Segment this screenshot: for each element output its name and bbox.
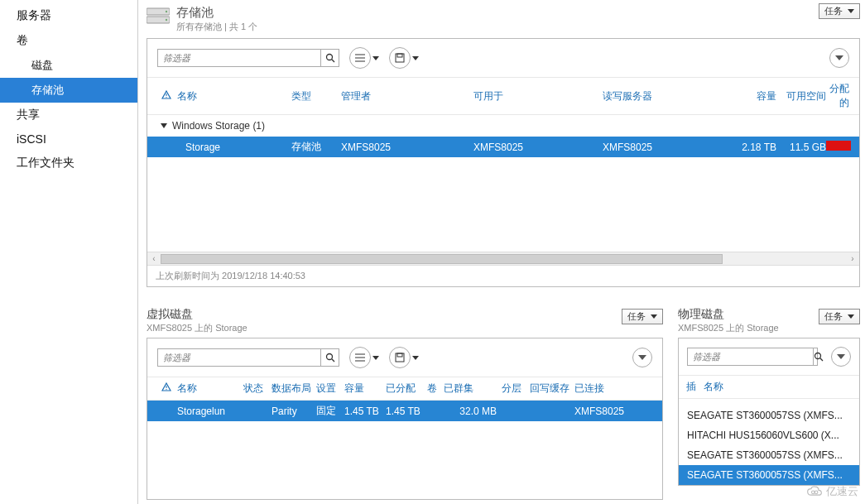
- refresh-status: 上次刷新时间为 2019/12/18 14:40:53: [147, 265, 859, 286]
- col-capacity[interactable]: 容量: [344, 382, 386, 396]
- svg-line-5: [331, 60, 334, 62]
- filter-box: [157, 49, 339, 67]
- col-status[interactable]: 状态: [243, 382, 272, 396]
- physical-disk-row[interactable]: SEAGATE ST3600057SS (XMFS...: [679, 445, 859, 465]
- col-setting[interactable]: 设置: [316, 382, 344, 396]
- status-column-icon[interactable]: [156, 90, 177, 103]
- sidebar-item-storage-pool[interactable]: 存储池: [0, 78, 137, 103]
- svg-point-26: [812, 491, 815, 494]
- col-writeback[interactable]: 回写缓存: [530, 382, 574, 396]
- tasks-label: 任务: [824, 5, 843, 17]
- virtual-disk-filter-input[interactable]: [158, 351, 320, 364]
- svg-line-15: [331, 359, 334, 362]
- storage-pool-header: 存储池 所有存储池 | 共 1 个 任务: [147, 2, 860, 38]
- virtual-disk-subtitle: XMFS8025 上的 Storage: [147, 322, 247, 334]
- physical-disk-tasks-button[interactable]: 任务: [819, 309, 860, 324]
- col-name[interactable]: 名称: [177, 89, 291, 103]
- physical-disk-title: 物理磁盘: [678, 307, 779, 322]
- cell-name: Storagelun: [177, 406, 243, 417]
- cell-name: Storage: [177, 142, 291, 153]
- disk-icon: [389, 347, 411, 368]
- col-alloc[interactable]: 分配的: [826, 82, 851, 110]
- col-free-space[interactable]: 可用空间: [776, 89, 826, 103]
- cell-capacity: 2.18 TB: [735, 142, 776, 153]
- view-options-button[interactable]: [349, 47, 379, 69]
- sidebar-item-share[interactable]: 共享: [0, 103, 137, 127]
- storage-pool-toolbar: [147, 39, 859, 77]
- svg-rect-20: [397, 353, 402, 357]
- storage-pool-filter-input[interactable]: [158, 51, 320, 65]
- view-options-button[interactable]: [349, 347, 379, 368]
- col-tier[interactable]: 分层: [502, 382, 530, 396]
- physical-disk-row[interactable]: HITACHI HUS156060VLS600 (X...: [679, 425, 859, 445]
- storage-pool-row[interactable]: Storage 存储池 XMFS8025 XMFS8025 XMFS8025 2…: [147, 137, 859, 157]
- physical-disk-panel: 物理磁盘 XMFS8025 上的 Storage 任务: [678, 307, 860, 500]
- svg-rect-10: [397, 54, 402, 57]
- col-name[interactable]: 名称: [697, 380, 723, 394]
- chevron-down-icon: [638, 355, 646, 360]
- col-manager[interactable]: 管理者: [341, 89, 473, 103]
- sidebar-item-volumes[interactable]: 卷: [0, 28, 137, 53]
- expand-button[interactable]: [632, 348, 652, 367]
- storage-group-row[interactable]: Windows Storage (1): [147, 115, 859, 137]
- col-allocated[interactable]: 已分配: [386, 382, 427, 396]
- cell-cluster: 32.0 MB: [444, 406, 502, 417]
- svg-line-25: [820, 358, 823, 361]
- chevron-down-icon: [837, 354, 845, 359]
- storage-pool-panel: 名称 类型 管理者 可用于 读写服务器 容量 可用空间 分配的 Windows …: [147, 38, 860, 287]
- sidebar: 服务器 卷 磁盘 存储池 共享 iSCSI 工作文件夹: [0, 0, 138, 504]
- svg-point-27: [815, 491, 818, 494]
- svg-point-2: [166, 11, 167, 12]
- list-icon: [349, 47, 371, 69]
- storage-pool-icon: [147, 7, 170, 25]
- search-icon[interactable]: [813, 348, 824, 365]
- virtual-disk-panel: 虚拟磁盘 XMFS8025 上的 Storage 任务: [147, 307, 663, 500]
- caret-down-icon: [412, 356, 419, 360]
- group-label: Windows Storage (1): [172, 120, 265, 132]
- collapse-icon: [161, 123, 167, 128]
- cell-layout: Parity: [272, 406, 316, 417]
- tasks-label: 任务: [627, 310, 646, 323]
- col-type[interactable]: 类型: [291, 89, 341, 103]
- svg-point-3: [166, 19, 167, 21]
- col-volume[interactable]: 卷: [427, 382, 444, 396]
- search-icon[interactable]: [320, 349, 339, 366]
- sidebar-item-iscsi[interactable]: iSCSI: [0, 127, 137, 151]
- save-options-button[interactable]: [389, 47, 419, 69]
- col-cluster[interactable]: 已群集: [444, 382, 502, 396]
- tasks-label: 任务: [824, 310, 843, 323]
- virtual-disk-tasks-button[interactable]: 任务: [622, 309, 663, 324]
- cell-available-for: XMFS8025: [473, 142, 603, 153]
- storage-pool-tasks-button[interactable]: 任务: [819, 3, 860, 19]
- col-capacity[interactable]: 容量: [735, 89, 776, 103]
- sidebar-item-disks[interactable]: 磁盘: [0, 53, 137, 78]
- col-connected[interactable]: 已连接: [574, 382, 654, 396]
- cell-rw-server: XMFS8025: [603, 142, 735, 153]
- physical-disk-row[interactable]: SEAGATE ST3600057SS (XMFS...: [679, 406, 859, 425]
- expand-button[interactable]: [831, 347, 851, 367]
- col-rw-server[interactable]: 读写服务器: [603, 89, 735, 103]
- physical-disk-row[interactable]: SEAGATE ST3600057SS (XMFS...: [679, 465, 859, 485]
- status-column-icon[interactable]: [156, 382, 177, 395]
- col-available-for[interactable]: 可用于: [473, 89, 603, 103]
- svg-point-13: [166, 97, 166, 98]
- col-layout[interactable]: 数据布局: [272, 382, 316, 396]
- cell-type: 存储池: [291, 140, 341, 154]
- scroll-left-icon[interactable]: ‹: [147, 254, 161, 263]
- cell-manager: XMFS8025: [341, 142, 473, 153]
- col-slot[interactable]: 插: [685, 380, 697, 394]
- col-name[interactable]: 名称: [177, 382, 243, 396]
- sidebar-item-servers[interactable]: 服务器: [0, 3, 137, 28]
- svg-point-4: [326, 55, 332, 60]
- virtual-disk-row[interactable]: Storagelun Parity 固定 1.45 TB 1.45 TB 32.…: [147, 401, 662, 421]
- scroll-thumb[interactable]: [161, 254, 723, 264]
- physical-disk-filter-input[interactable]: [688, 350, 813, 363]
- search-icon[interactable]: [320, 50, 339, 66]
- save-options-button[interactable]: [389, 347, 419, 368]
- sidebar-item-workfolders[interactable]: 工作文件夹: [0, 151, 137, 175]
- list-icon: [349, 347, 371, 368]
- scroll-right-icon[interactable]: ›: [846, 254, 859, 263]
- storage-pool-columns: 名称 类型 管理者 可用于 读写服务器 容量 可用空间 分配的: [147, 77, 859, 115]
- expand-button[interactable]: [829, 48, 849, 68]
- horizontal-scrollbar[interactable]: ‹ ›: [147, 252, 859, 265]
